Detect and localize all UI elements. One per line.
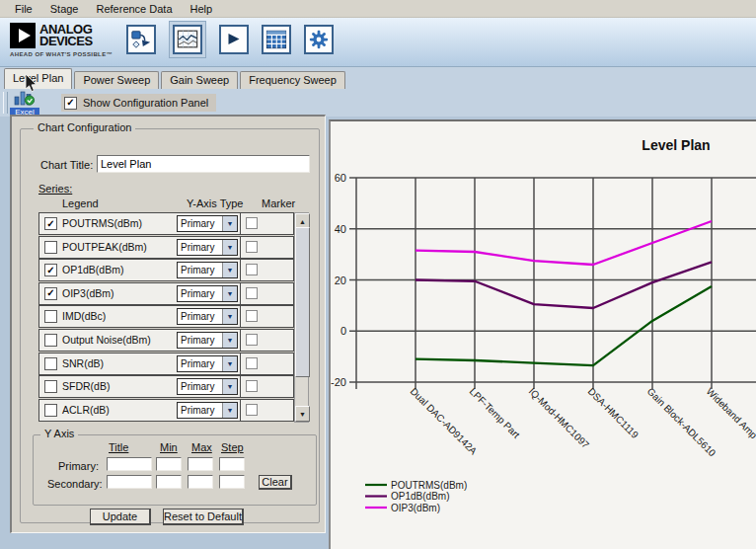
svg-text:LPF-Temp Part: LPF-Temp Part — [468, 386, 522, 440]
series-label: POUTRMS(dBm) — [62, 217, 142, 229]
yaxis-secondary-step-input[interactable] — [219, 475, 245, 489]
export-excel-button[interactable]: Excel — [9, 89, 40, 117]
level-plan-chart: -200204060Dual DAC-AD9142ALPF-Temp PartI… — [331, 121, 756, 549]
dropdown-arrow-icon[interactable]: ▼ — [222, 286, 237, 301]
dropdown-arrow-icon[interactable]: ▼ — [222, 333, 237, 348]
series-row-8: ACLR(dB)Primary▼ — [38, 399, 294, 422]
y-axis-type-dropdown[interactable]: Primary▼ — [177, 239, 238, 256]
series-enable-checkbox[interactable] — [44, 334, 57, 347]
yaxis-primary-min-input[interactable] — [156, 457, 182, 471]
amplifier-icon[interactable] — [219, 25, 249, 54]
menu-file[interactable]: File — [6, 2, 41, 16]
marker-checkbox[interactable] — [246, 380, 258, 392]
marker-checkbox[interactable] — [246, 287, 258, 299]
svg-text:POUTRMS(dBm): POUTRMS(dBm) — [391, 480, 467, 491]
tab-frequency-sweep[interactable]: Frequency Sweep — [240, 71, 345, 89]
y-axis-type-value: Primary — [181, 265, 214, 275]
series-enable-checkbox[interactable] — [44, 310, 57, 323]
menu-stage[interactable]: Stage — [41, 2, 88, 16]
y-axis-title-header: Title — [109, 441, 128, 453]
marker-checkbox[interactable] — [246, 404, 258, 416]
series-label: OIP3(dBm) — [62, 287, 114, 299]
svg-text:-20: -20 — [331, 376, 346, 388]
y-axis-type-value: Primary — [181, 381, 214, 392]
marker-checkbox[interactable] — [246, 334, 258, 346]
series-enable-checkbox[interactable]: ✓ — [44, 264, 57, 276]
tab-power-sweep[interactable]: Power Sweep — [74, 71, 159, 89]
y-axis-type-dropdown[interactable]: Primary▼ — [177, 308, 238, 325]
chart-icon[interactable] — [173, 25, 202, 54]
dropdown-arrow-icon[interactable]: ▼ — [222, 356, 237, 371]
dropdown-arrow-icon[interactable]: ▼ — [222, 403, 237, 418]
update-button[interactable]: Update — [90, 509, 151, 525]
tab-level-plan[interactable]: Level Plan — [4, 68, 72, 89]
menu-help[interactable]: Help — [182, 2, 222, 16]
y-axis-type-value: Primary — [181, 242, 214, 253]
series-row-6: SNR(dB)Primary▼ — [38, 353, 294, 375]
logo-triangle-icon — [10, 23, 36, 48]
series-list-scrollbar[interactable]: ▲ ▼ — [294, 212, 309, 423]
y-axis-type-dropdown[interactable]: Primary▼ — [177, 355, 238, 372]
scroll-down-button[interactable]: ▼ — [295, 406, 310, 422]
signal-chain-icon[interactable] — [126, 25, 156, 54]
series-enable-checkbox[interactable] — [44, 404, 57, 417]
series-enable-checkbox[interactable]: ✓ — [44, 287, 57, 300]
y-axis-type-dropdown[interactable]: Primary▼ — [177, 285, 238, 302]
yaxis-secondary-min-input[interactable] — [156, 475, 182, 489]
show-configuration-label: Show Configuration Panel — [83, 97, 208, 109]
menu-reference-data[interactable]: Reference Data — [87, 2, 181, 16]
secondary-row-label: Secondary: — [47, 478, 103, 490]
y-axis-type-dropdown[interactable]: Primary▼ — [177, 332, 238, 349]
reset-to-default-button[interactable]: Reset to Default — [163, 509, 244, 525]
y-axis-type-dropdown[interactable]: Primary▼ — [177, 378, 238, 395]
sub-toolbar: Excel ✓ Show Configuration Panel — [0, 89, 756, 117]
marker-checkbox[interactable] — [246, 357, 258, 369]
dropdown-arrow-icon[interactable]: ▼ — [222, 379, 237, 394]
yaxis-secondary-max-input[interactable] — [188, 475, 213, 489]
dropdown-arrow-icon[interactable]: ▼ — [222, 263, 237, 277]
show-configuration-checkbox[interactable]: ✓ — [64, 97, 77, 110]
marker-checkbox[interactable] — [246, 310, 258, 322]
dropdown-arrow-icon[interactable]: ▼ — [222, 309, 237, 324]
chart-title-input[interactable] — [97, 155, 310, 173]
settings-gear-icon[interactable] — [304, 25, 334, 54]
table-icon[interactable] — [262, 25, 291, 54]
marker-checkbox[interactable] — [246, 264, 258, 275]
series-row-5: Output Noise(dBm)Primary▼ — [38, 329, 294, 352]
series-enable-checkbox[interactable] — [44, 241, 57, 254]
dropdown-arrow-icon[interactable]: ▼ — [222, 216, 237, 231]
yaxis-primary-title-input[interactable] — [107, 457, 152, 471]
marker-cell — [240, 260, 295, 280]
series-label: SNR(dB) — [62, 357, 104, 369]
marker-cell — [240, 213, 295, 234]
marker-cell — [240, 353, 295, 374]
svg-text:20: 20 — [335, 274, 346, 286]
yaxis-primary-step-input[interactable] — [219, 457, 245, 471]
series-label: OP1dB(dBm) — [62, 264, 123, 275]
series-enable-checkbox[interactable] — [44, 380, 57, 393]
svg-text:OIP3(dBm): OIP3(dBm) — [391, 503, 440, 513]
chart-icon-selected-frame — [169, 21, 206, 58]
legend-column-header: Legend — [62, 197, 99, 209]
y-axis-type-dropdown[interactable]: Primary▼ — [177, 262, 238, 278]
toolbar-grip — [3, 92, 8, 114]
marker-cell — [240, 306, 295, 327]
chart-title-label: Chart Title: — [40, 159, 93, 171]
svg-text:Dual DAC-AD9142A: Dual DAC-AD9142A — [409, 386, 480, 457]
y-axis-group-title: Y Axis — [40, 428, 78, 439]
dropdown-arrow-icon[interactable]: ▼ — [222, 240, 237, 255]
series-enable-checkbox[interactable]: ✓ — [44, 217, 57, 230]
y-axis-type-dropdown[interactable]: Primary▼ — [177, 402, 238, 419]
yaxis-secondary-title-input[interactable] — [107, 475, 152, 489]
show-configuration-panel-toggle[interactable]: ✓ Show Configuration Panel — [61, 94, 216, 112]
tab-gain-sweep[interactable]: Gain Sweep — [161, 71, 238, 89]
clear-button[interactable]: Clear — [259, 475, 292, 490]
y-axis-type-value: Primary — [181, 335, 214, 346]
yaxis-primary-max-input[interactable] — [188, 457, 213, 471]
marker-checkbox[interactable] — [246, 217, 258, 229]
marker-cell — [240, 330, 295, 351]
scrollbar-thumb[interactable] — [295, 227, 310, 377]
y-axis-type-dropdown[interactable]: Primary▼ — [177, 215, 238, 232]
series-enable-checkbox[interactable] — [44, 357, 57, 370]
marker-checkbox[interactable] — [246, 241, 258, 253]
